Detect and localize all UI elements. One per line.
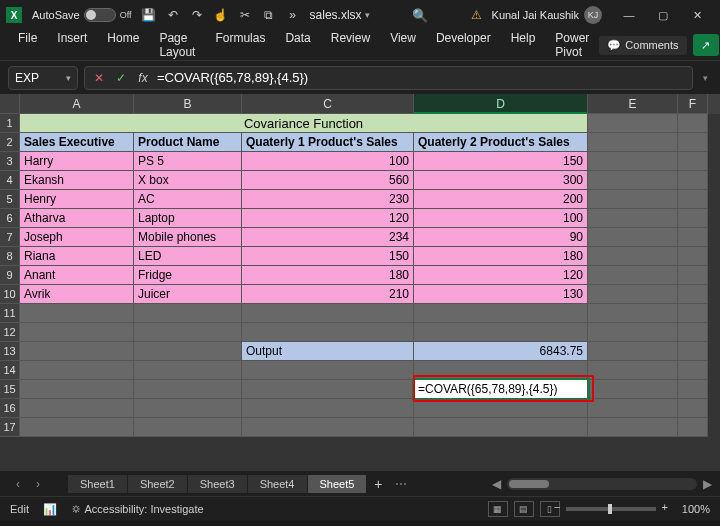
- cell[interactable]: [414, 399, 588, 418]
- row-header[interactable]: 7: [0, 228, 20, 247]
- cell[interactable]: [20, 342, 134, 361]
- cell[interactable]: [414, 323, 588, 342]
- cut-icon[interactable]: ✂: [238, 8, 252, 22]
- cell[interactable]: 150: [242, 247, 414, 266]
- cell[interactable]: 300: [414, 171, 588, 190]
- title-cell[interactable]: Covariance Function: [20, 114, 588, 133]
- cell[interactable]: AC: [134, 190, 242, 209]
- comments-button[interactable]: 💬 Comments: [599, 36, 686, 55]
- undo-icon[interactable]: ↶: [166, 8, 180, 22]
- cell[interactable]: 120: [414, 266, 588, 285]
- tab-file[interactable]: File: [8, 25, 47, 65]
- cell[interactable]: LED: [134, 247, 242, 266]
- cell[interactable]: [20, 380, 134, 399]
- cell[interactable]: [678, 342, 708, 361]
- cell[interactable]: [242, 399, 414, 418]
- fx-icon[interactable]: fx: [135, 70, 151, 86]
- tab-home[interactable]: Home: [97, 25, 149, 65]
- cancel-icon[interactable]: ✕: [91, 70, 107, 86]
- cell[interactable]: Laptop: [134, 209, 242, 228]
- cell[interactable]: [588, 304, 678, 323]
- row-header[interactable]: 15: [0, 380, 20, 399]
- col-header[interactable]: C: [242, 94, 414, 114]
- cell[interactable]: [20, 323, 134, 342]
- editing-cell[interactable]: =COVAR({65,78,89},{4.5}): [414, 380, 588, 399]
- row-header[interactable]: 10: [0, 285, 20, 304]
- cell[interactable]: [678, 247, 708, 266]
- row-header[interactable]: 17: [0, 418, 20, 437]
- cell[interactable]: [588, 228, 678, 247]
- cell[interactable]: Mobile phones: [134, 228, 242, 247]
- sheet-tab[interactable]: Sheet4: [248, 475, 308, 493]
- row-header[interactable]: 8: [0, 247, 20, 266]
- cell[interactable]: [414, 418, 588, 437]
- row-header[interactable]: 11: [0, 304, 20, 323]
- cell[interactable]: [414, 304, 588, 323]
- maximize-button[interactable]: ▢: [646, 0, 680, 30]
- cell[interactable]: [588, 266, 678, 285]
- cell[interactable]: [588, 323, 678, 342]
- stats-icon[interactable]: 📊: [43, 503, 57, 516]
- cell[interactable]: [242, 323, 414, 342]
- tab-developer[interactable]: Developer: [426, 25, 501, 65]
- sheet-tab[interactable]: Sheet5: [308, 475, 368, 493]
- cell[interactable]: Juicer: [134, 285, 242, 304]
- warning-icon[interactable]: ⚠: [471, 8, 482, 22]
- cell[interactable]: [414, 361, 588, 380]
- enter-icon[interactable]: ✓: [113, 70, 129, 86]
- save-icon[interactable]: 💾: [142, 8, 156, 22]
- cell[interactable]: Product Name: [134, 133, 242, 152]
- cell[interactable]: [20, 399, 134, 418]
- cell[interactable]: 200: [414, 190, 588, 209]
- page-layout-button[interactable]: ▤: [514, 501, 534, 517]
- row-header[interactable]: 16: [0, 399, 20, 418]
- name-box[interactable]: EXP ▾: [8, 66, 78, 90]
- tab-view[interactable]: View: [380, 25, 426, 65]
- tab-power-pivot[interactable]: Power Pivot: [545, 25, 599, 65]
- redo-icon[interactable]: ↷: [190, 8, 204, 22]
- col-header[interactable]: B: [134, 94, 242, 114]
- cell[interactable]: [678, 228, 708, 247]
- cell[interactable]: [678, 266, 708, 285]
- cell[interactable]: [678, 380, 708, 399]
- cell[interactable]: [678, 152, 708, 171]
- cell[interactable]: PS 5: [134, 152, 242, 171]
- cell[interactable]: Quaterly 1 Product's Sales: [242, 133, 414, 152]
- cell[interactable]: [134, 418, 242, 437]
- cell[interactable]: [678, 133, 708, 152]
- cell[interactable]: [134, 323, 242, 342]
- cell[interactable]: [588, 380, 678, 399]
- cell[interactable]: Joseph: [20, 228, 134, 247]
- row-header[interactable]: 1: [0, 114, 20, 133]
- cell[interactable]: [588, 209, 678, 228]
- cell[interactable]: [588, 399, 678, 418]
- cell[interactable]: X box: [134, 171, 242, 190]
- cell[interactable]: [678, 361, 708, 380]
- cell[interactable]: Quaterly 2 Product's Sales: [414, 133, 588, 152]
- row-header[interactable]: 2: [0, 133, 20, 152]
- cell[interactable]: [678, 285, 708, 304]
- cell[interactable]: 560: [242, 171, 414, 190]
- cell[interactable]: 234: [242, 228, 414, 247]
- formula-input[interactable]: =COVAR({65,78,89},{4.5}): [157, 70, 686, 85]
- col-header[interactable]: E: [588, 94, 678, 114]
- cell[interactable]: [588, 247, 678, 266]
- cell[interactable]: 180: [242, 266, 414, 285]
- cell[interactable]: [678, 399, 708, 418]
- touch-icon[interactable]: ☝: [214, 8, 228, 22]
- more-icon[interactable]: »: [286, 8, 300, 22]
- cell[interactable]: [242, 418, 414, 437]
- sheet-tab[interactable]: Sheet3: [188, 475, 248, 493]
- cell[interactable]: Ekansh: [20, 171, 134, 190]
- normal-view-button[interactable]: ▦: [488, 501, 508, 517]
- cell[interactable]: 100: [414, 209, 588, 228]
- minimize-button[interactable]: —: [612, 0, 646, 30]
- col-header[interactable]: F: [678, 94, 708, 114]
- cell[interactable]: [678, 418, 708, 437]
- share-button[interactable]: ↗: [693, 34, 719, 56]
- cell[interactable]: [588, 171, 678, 190]
- cell[interactable]: [588, 342, 678, 361]
- cell[interactable]: [242, 361, 414, 380]
- cell[interactable]: [242, 380, 414, 399]
- cell[interactable]: 180: [414, 247, 588, 266]
